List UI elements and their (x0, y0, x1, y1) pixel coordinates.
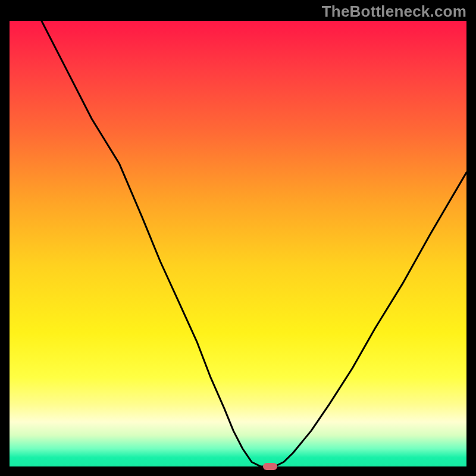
optimal-point-marker (263, 463, 277, 470)
chart-frame: TheBottleneck.com (0, 0, 476, 476)
watermark-text: TheBottleneck.com (322, 2, 466, 21)
plot-area (10, 21, 466, 466)
bottleneck-curve (10, 21, 466, 466)
